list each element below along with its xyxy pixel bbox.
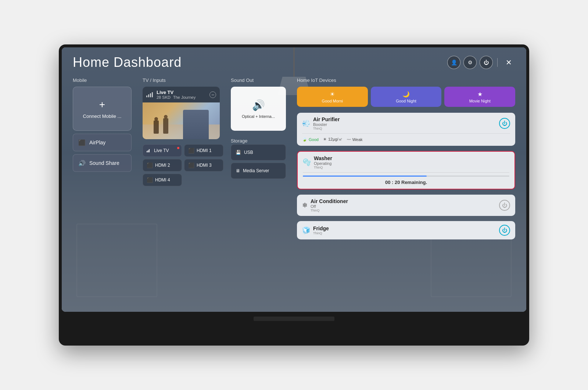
iot-scenes: ☀ Good Morni 🌙 Good Night ★ Movie Night — [297, 87, 515, 107]
live-tv-show: The Journey — [173, 95, 196, 100]
input-hdmi3[interactable]: ⬛ HDMI 3 — [184, 159, 223, 171]
fridge-header: 🧊 Fridge ThinQ ⏻ — [302, 225, 510, 236]
mobile-section: Mobile + Connect Mobile ... ⬛ AirPlay 🔊 … — [73, 77, 135, 304]
sound-section-label: Sound Out — [231, 77, 290, 83]
air-quality-icon: 🍃 — [302, 137, 307, 142]
storage-media-server[interactable]: 🖥 Media Server — [231, 163, 286, 179]
power-button[interactable]: ⏻ — [480, 56, 493, 69]
dashboard-header: Home Dashboard 👤 ⚙ ⏻ ✕ — [62, 47, 526, 74]
usb-icon: 💾 — [236, 150, 241, 155]
input-grid: Live TV ⬛ HDMI 1 ⬛ HDMI 2 ⬛ — [143, 144, 223, 186]
live-tv-card[interactable]: Live TV 28 SKD The Journey − — [143, 87, 220, 139]
header-divider — [497, 58, 498, 67]
air-purifier-card[interactable]: 💨 Air Purifier Booster ThinQ ⏻ — [297, 113, 515, 146]
live-tv-header: Live TV 28 SKD The Journey − — [143, 87, 220, 102]
washer-time-remaining: 00 : 20 Remaining. — [303, 180, 509, 185]
hdmi3-icon: ⬛ — [188, 162, 194, 168]
sound-output-label: Optical + Interna... — [238, 114, 279, 119]
connect-plus-icon: + — [99, 99, 105, 111]
tv-stand-base — [254, 317, 334, 321]
signal-bar-1 — [146, 95, 147, 97]
washer-card[interactable]: 🫧 Washer Operating ThinQ — [297, 151, 515, 189]
air-conditioner-status: Off — [311, 204, 348, 209]
air-conditioner-details: Air Conditioner Off ThinQ — [311, 198, 348, 212]
mobile-section-label: Mobile — [73, 77, 135, 83]
morning-label: Good Morni — [322, 99, 343, 103]
air-purifier-stats: 🍃 Good ☀ 12μg/㎥ 〰 Weak — [302, 133, 510, 142]
input-live-tv-label: Live TV — [154, 148, 169, 153]
media-server-label: Media Server — [243, 168, 269, 173]
hdmi-icon: ⬛ — [188, 148, 194, 154]
dashboard-content: Mobile + Connect Mobile ... ⬛ AirPlay 🔊 … — [62, 74, 526, 312]
input-hdmi2-label: HDMI 2 — [155, 163, 170, 168]
input-hdmi2[interactable]: ⬛ HDMI 2 — [143, 159, 182, 171]
signal-bar-4 — [152, 92, 153, 97]
usb-label: USB — [244, 150, 253, 155]
fridge-details: Fridge ThinQ — [313, 225, 329, 235]
air-conditioner-info: ❄ Air Conditioner Off ThinQ — [302, 198, 348, 212]
airplay-button[interactable]: ⬛ AirPlay — [73, 134, 132, 151]
account-button[interactable]: 👤 — [447, 56, 460, 69]
night-label: Good Night — [396, 99, 416, 103]
sound-share-icon: 🔊 — [78, 160, 86, 167]
air-purifier-header: 💨 Air Purifier Booster ThinQ ⏻ — [302, 116, 510, 130]
iot-section-label: Home IoT Devices — [297, 77, 515, 83]
tv-inputs-section: TV / Inputs Live — [143, 77, 223, 304]
dashboard-overlay: Home Dashboard 👤 ⚙ ⏻ ✕ — [62, 47, 526, 312]
air-quality-value: Good — [309, 137, 319, 142]
pm-value: 12μg/㎥ — [328, 137, 343, 142]
airplay-label: AirPlay — [89, 140, 105, 145]
tv-bottom-bar: LG OLED — [62, 312, 526, 326]
fridge-thinq: ThinQ — [313, 231, 329, 235]
airplay-icon: ⬛ — [78, 139, 86, 146]
tv-thumbnail — [143, 102, 220, 139]
wind-value: Weak — [352, 137, 363, 142]
connect-mobile-button[interactable]: + Connect Mobile ... — [73, 87, 132, 131]
close-button[interactable]: ✕ — [502, 56, 515, 69]
air-purifier-power[interactable]: ⏻ — [499, 118, 510, 129]
fridge-name: Fridge — [313, 225, 329, 231]
washer-name: Washer — [314, 155, 332, 161]
washer-status: Operating — [314, 161, 332, 166]
air-purifier-icon: 💨 — [302, 119, 310, 127]
sound-icon: 🔊 — [252, 99, 265, 111]
washer-header: 🫧 Washer Operating ThinQ — [303, 155, 509, 169]
input-live-tv[interactable]: Live TV — [143, 144, 182, 157]
storage-section: Storage 💾 USB 🖥 Media Server — [231, 138, 290, 181]
air-quality-stat: 🍃 Good — [302, 137, 319, 142]
progress-bar-fill — [303, 176, 427, 177]
washer-progress: 00 : 20 Remaining. — [303, 172, 509, 185]
storage-usb[interactable]: 💾 USB — [231, 144, 286, 160]
remove-button[interactable]: − — [209, 91, 216, 98]
signal-bar-2 — [148, 94, 149, 97]
header-controls: 👤 ⚙ ⏻ ✕ — [447, 56, 515, 69]
live-tv-signal-icon — [147, 149, 150, 152]
air-conditioner-card[interactable]: ❄ Air Conditioner Off ThinQ ⏻ — [297, 195, 515, 216]
sound-out-section: Sound Out 🔊 Optical + Interna... Storage… — [231, 77, 290, 304]
scene-good-night[interactable]: 🌙 Good Night — [371, 87, 442, 107]
scene-good-morning[interactable]: ☀ Good Morni — [297, 87, 368, 107]
fridge-card[interactable]: 🧊 Fridge ThinQ ⏻ — [297, 221, 515, 239]
pm-stat: ☀ 12μg/㎥ — [323, 137, 343, 142]
fridge-info: 🧊 Fridge ThinQ — [302, 225, 329, 235]
settings-button[interactable]: ⚙ — [463, 56, 477, 69]
air-conditioner-header: ❄ Air Conditioner Off ThinQ ⏻ — [302, 198, 510, 212]
input-hdmi4[interactable]: ⬛ HDMI 4 — [143, 174, 182, 186]
sound-share-label: Sound Share — [89, 160, 119, 166]
sound-card[interactable]: 🔊 Optical + Interna... — [231, 87, 286, 131]
scene-movie-night[interactable]: ★ Movie Night — [444, 87, 515, 107]
fridge-power[interactable]: ⏻ — [499, 225, 510, 236]
sound-share-button[interactable]: 🔊 Sound Share — [73, 154, 132, 172]
settings-icon: ⚙ — [468, 59, 473, 65]
tv-inputs-label: TV / Inputs — [143, 77, 223, 83]
dashboard-title: Home Dashboard — [73, 55, 182, 70]
air-conditioner-power[interactable]: ⏻ — [499, 200, 510, 211]
live-tv-header-row: Live TV 28 SKD The Journey — [146, 90, 196, 100]
movie-label: Movie Night — [469, 99, 491, 103]
air-purifier-info: 💨 Air Purifier Booster ThinQ — [302, 116, 340, 130]
tv-screen: Home Dashboard 👤 ⚙ ⏻ ✕ — [62, 47, 526, 312]
washer-thinq: ThinQ — [314, 166, 332, 169]
live-tv-info: Live TV 28 SKD The Journey — [157, 90, 196, 100]
wind-icon: 〰 — [347, 137, 351, 142]
input-hdmi1[interactable]: ⬛ HDMI 1 — [184, 144, 223, 157]
